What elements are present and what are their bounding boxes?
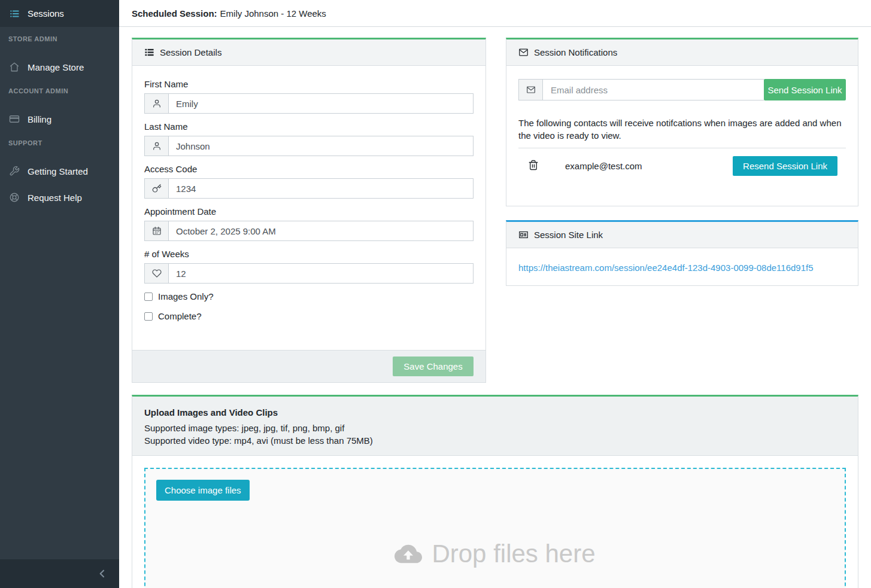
home-icon <box>8 61 20 73</box>
user-icon <box>144 93 168 114</box>
upload-title: Upload Images and Video Clips <box>144 406 846 419</box>
session-details-footer: Save Changes <box>132 350 485 382</box>
list-icon <box>8 8 20 20</box>
sidebar-item-label: Getting Started <box>28 166 88 176</box>
file-drop-zone[interactable]: Choose image files Drop files here <box>144 468 846 588</box>
page-title-bar: Scheduled Session: Emily Johnson - 12 We… <box>119 0 871 27</box>
first-name-field[interactable] <box>168 93 474 114</box>
session-site-link[interactable]: https://theiastream.com/session/ee24e4df… <box>506 248 858 287</box>
last-name-label: Last Name <box>144 121 474 132</box>
access-code-field[interactable] <box>168 178 474 199</box>
email-field[interactable] <box>542 79 764 100</box>
trash-icon[interactable] <box>528 160 540 172</box>
user-icon <box>144 136 168 156</box>
images-only-checkbox[interactable] <box>144 293 153 301</box>
sidebar-item-label: Manage Store <box>28 62 84 72</box>
newspaper-icon <box>518 230 529 240</box>
panel-title: Session Site Link <box>534 230 603 240</box>
complete-checkbox[interactable] <box>144 312 153 321</box>
cloud-upload-icon <box>394 540 422 568</box>
envelope-icon <box>518 79 542 100</box>
upload-supported-video: Supported video type: mp4, avi (must be … <box>144 434 846 447</box>
last-name-field[interactable] <box>168 136 474 156</box>
upload-header: Upload Images and Video Clips Supported … <box>132 397 858 456</box>
complete-label: Complete? <box>158 311 202 321</box>
sidebar-item-label: Sessions <box>28 8 64 19</box>
access-code-label: Access Code <box>144 164 474 174</box>
session-details-panel: Session Details First Name Last Name Acc… <box>132 38 486 383</box>
page-title-label: Scheduled Session: <box>132 8 217 19</box>
drop-files-label: Drop files here <box>145 540 845 568</box>
chevron-left-icon <box>98 569 107 578</box>
session-notifications-panel: Session Notifications Send Session Link … <box>506 38 858 206</box>
images-only-label: Images Only? <box>158 291 214 301</box>
resend-session-link-button[interactable]: Resend Session Link <box>733 156 837 176</box>
weeks-field[interactable] <box>168 263 474 284</box>
drop-files-text: Drop files here <box>432 540 595 568</box>
appointment-date-label: Appointment Date <box>144 206 474 217</box>
upload-supported-images: Supported image types: jpeg, jpg, tif, p… <box>144 422 846 434</box>
first-name-label: First Name <box>144 79 474 89</box>
sidebar-item-sessions[interactable]: Sessions <box>0 0 119 27</box>
sidebar: Sessions STORE ADMIN Manage Store ACCOUN… <box>0 0 119 588</box>
session-site-link-header: Session Site Link <box>506 222 858 248</box>
sidebar-item-manage-store[interactable]: Manage Store <box>0 55 119 79</box>
session-notifications-header: Session Notifications <box>506 39 858 66</box>
weeks-label: # of Weeks <box>144 249 474 259</box>
session-details-header: Session Details <box>132 39 485 66</box>
heart-icon <box>144 263 168 284</box>
credit-card-icon <box>8 113 20 125</box>
sidebar-item-label: Billing <box>28 114 51 124</box>
calendar-icon <box>144 221 168 241</box>
images-only-row: Images Only? <box>144 291 474 301</box>
wrench-icon <box>8 165 20 177</box>
sidebar-item-label: Request Help <box>28 193 82 203</box>
list-details-icon <box>144 47 154 57</box>
appointment-date-field[interactable] <box>168 221 474 241</box>
key-icon <box>144 178 168 199</box>
notifications-description: The following contacts will receive noti… <box>518 117 846 148</box>
session-site-link-panel: Session Site Link https://theiastream.co… <box>506 220 858 286</box>
sidebar-item-request-help[interactable]: Request Help <box>0 185 119 209</box>
upload-panel: Upload Images and Video Clips Supported … <box>132 395 858 588</box>
life-ring-icon <box>8 191 20 203</box>
sidebar-section-store-admin: STORE ADMIN <box>0 35 119 42</box>
contact-row: example@test.com Resend Session Link <box>518 156 846 176</box>
panel-title: Session Details <box>160 47 221 57</box>
sidebar-collapse-button[interactable] <box>0 559 119 588</box>
sidebar-section-account-admin: ACCOUNT ADMIN <box>0 87 119 95</box>
envelope-icon <box>518 47 529 57</box>
save-changes-button[interactable]: Save Changes <box>393 357 474 376</box>
contact-email: example@test.com <box>565 161 642 171</box>
sidebar-section-support: SUPPORT <box>0 139 119 147</box>
complete-row: Complete? <box>144 311 474 321</box>
panel-title: Session Notifications <box>534 47 617 57</box>
sidebar-item-getting-started[interactable]: Getting Started <box>0 159 119 183</box>
sidebar-item-billing[interactable]: Billing <box>0 107 119 131</box>
send-session-link-button[interactable]: Send Session Link <box>764 79 846 100</box>
choose-image-files-button[interactable]: Choose image files <box>156 480 250 501</box>
page-title-value: Emily Johnson - 12 Weeks <box>220 8 326 19</box>
